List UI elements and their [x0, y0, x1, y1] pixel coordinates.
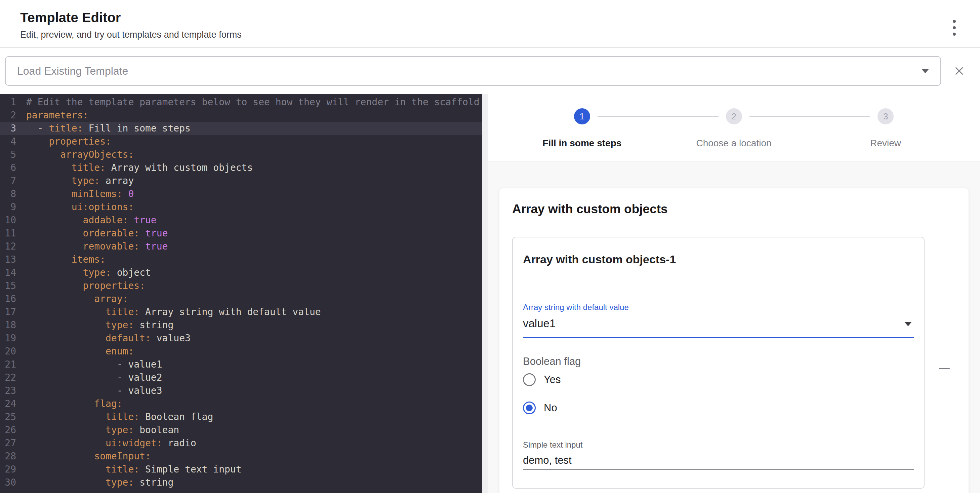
line-number: 4	[0, 135, 16, 148]
code-line-6[interactable]: 6 title: Array with custom objects	[0, 161, 482, 174]
code-line-22[interactable]: 22 - value2	[0, 371, 482, 384]
pane-resizer[interactable]	[482, 94, 488, 493]
code-line-24[interactable]: 24 flag:	[0, 397, 482, 410]
form-preview-content: Array with custom objects Array with cus…	[488, 161, 980, 493]
radio-option-yes[interactable]: Yes	[523, 372, 914, 387]
step-fill-in-some-steps[interactable]: 1 Fill in some steps	[506, 108, 658, 148]
line-number: 26	[0, 423, 16, 437]
radio-icon-yes[interactable]	[523, 373, 536, 386]
radio-icon-no[interactable]	[523, 402, 536, 414]
code-line-2[interactable]: 2parameters:	[0, 108, 482, 122]
line-number: 27	[0, 437, 16, 450]
line-number: 2	[0, 108, 16, 122]
code-line-12[interactable]: 12 removable: true	[0, 240, 482, 253]
line-number: 16	[0, 292, 16, 305]
code-line-28[interactable]: 28 someInput:	[0, 450, 482, 463]
array-item-title: Array with custom objects-1	[523, 252, 914, 266]
preview-pane: 1 Fill in some steps 2 Choose a location…	[488, 94, 980, 493]
code-line-18[interactable]: 18 type: string	[0, 319, 482, 332]
clear-template-button[interactable]	[953, 65, 965, 77]
code-line-19[interactable]: 19 default: value3	[0, 332, 482, 345]
line-number: 12	[0, 240, 16, 253]
step-connector	[749, 116, 870, 117]
stepper: 1 Fill in some steps 2 Choose a location…	[488, 94, 980, 161]
code-line-10[interactable]: 10 addable: true	[0, 214, 482, 227]
array-item-box: Array with custom objects-1 Array string…	[512, 237, 924, 489]
line-number: 15	[0, 279, 16, 292]
editor-lines: 1# Edit the template parameters below to…	[0, 96, 482, 489]
step-1-label: Fill in some steps	[542, 138, 621, 148]
code-line-11[interactable]: 11 orderable: true	[0, 227, 482, 240]
code-line-13[interactable]: 13 items:	[0, 253, 482, 266]
template-select-row: Load Existing Template	[0, 48, 980, 94]
line-number: 10	[0, 214, 16, 227]
radio-label-yes: Yes	[544, 373, 561, 386]
remove-item-button[interactable]	[937, 361, 952, 376]
line-number: 24	[0, 397, 16, 410]
code-line-23[interactable]: 23 - value3	[0, 384, 482, 397]
load-template-placeholder: Load Existing Template	[17, 65, 921, 77]
code-line-27[interactable]: 27 ui:widget: radio	[0, 437, 482, 450]
code-line-5[interactable]: 5 arrayObjects:	[0, 148, 482, 161]
code-line-17[interactable]: 17 title: Array string with default valu…	[0, 305, 482, 319]
step-3-icon: 3	[878, 108, 894, 124]
radio-option-no[interactable]: No	[523, 400, 914, 415]
line-number: 11	[0, 227, 16, 240]
line-number: 5	[0, 148, 16, 161]
line-number: 30	[0, 476, 16, 489]
line-number: 6	[0, 161, 16, 174]
code-line-1[interactable]: 1# Edit the template parameters below to…	[0, 96, 482, 108]
step-1-icon: 1	[574, 108, 590, 124]
form-card: Array with custom objects Array with cus…	[499, 188, 969, 493]
select-caret-icon	[904, 322, 912, 326]
code-line-20[interactable]: 20 enum:	[0, 345, 482, 358]
array-string-select[interactable]: value1	[523, 317, 914, 338]
line-number: 9	[0, 200, 16, 214]
array-item-wrap: Array with custom objects-1 Array string…	[512, 237, 956, 489]
line-number: 1	[0, 96, 16, 108]
code-line-9[interactable]: 9 ui:options:	[0, 200, 482, 214]
code-line-29[interactable]: 29 title: Simple text input	[0, 463, 482, 476]
step-choose-a-location[interactable]: 2 Choose a location	[658, 108, 810, 148]
step-3-label: Review	[870, 138, 901, 148]
code-editor[interactable]: 1# Edit the template parameters below to…	[0, 94, 482, 493]
line-number: 18	[0, 319, 16, 332]
step-review[interactable]: 3 Review	[810, 108, 961, 148]
line-number: 22	[0, 371, 16, 384]
form-section-title: Array with custom objects	[512, 202, 956, 217]
line-number: 14	[0, 266, 16, 279]
minus-icon	[939, 368, 950, 369]
select-field-label: Array string with default value	[523, 303, 914, 312]
close-icon	[953, 65, 965, 77]
code-line-7[interactable]: 7 type: array	[0, 174, 482, 187]
code-line-8[interactable]: 8 minItems: 0	[0, 187, 482, 200]
code-line-21[interactable]: 21 - value1	[0, 358, 482, 371]
step-connector	[598, 116, 719, 117]
overflow-menu-button[interactable]	[951, 16, 958, 39]
line-number: 23	[0, 384, 16, 397]
line-number: 28	[0, 450, 16, 463]
step-2-label: Choose a location	[696, 138, 771, 148]
line-number: 17	[0, 305, 16, 319]
page-subtitle: Edit, preview, and try out templates and…	[20, 30, 960, 40]
line-number: 29	[0, 463, 16, 476]
line-number: 20	[0, 345, 16, 358]
step-2-icon: 2	[726, 108, 742, 124]
line-number: 21	[0, 358, 16, 371]
code-line-15[interactable]: 15 properties:	[0, 279, 482, 292]
code-line-30[interactable]: 30 type: string	[0, 476, 482, 489]
simple-text-input[interactable]: demo, test	[523, 454, 914, 470]
code-line-26[interactable]: 26 type: boolean	[0, 423, 482, 437]
code-line-4[interactable]: 4 properties:	[0, 135, 482, 148]
line-number: 19	[0, 332, 16, 345]
code-line-16[interactable]: 16 array:	[0, 292, 482, 305]
code-line-3[interactable]: 3 - title: Fill in some steps	[0, 122, 482, 135]
page-title: Template Editor	[20, 10, 960, 26]
radio-label-no: No	[544, 402, 557, 414]
radio-group-label: Boolean flag	[523, 356, 914, 368]
page-header: Template Editor Edit, preview, and try o…	[0, 0, 980, 48]
line-number: 3	[0, 122, 16, 135]
load-template-select[interactable]: Load Existing Template	[5, 56, 941, 86]
code-line-25[interactable]: 25 title: Boolean flag	[0, 410, 482, 423]
code-line-14[interactable]: 14 type: object	[0, 266, 482, 279]
